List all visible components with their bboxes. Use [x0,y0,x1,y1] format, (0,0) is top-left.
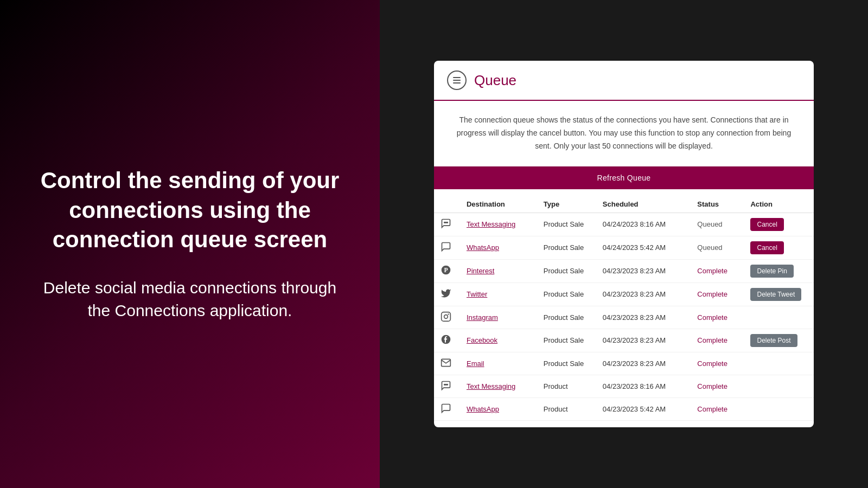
facebook-icon [434,329,460,352]
cancel-button[interactable]: Cancel [750,241,783,254]
col-header-action: Action [744,196,814,213]
destination-cell: Text Messaging [460,213,537,236]
status-cell: Complete [691,259,744,282]
whatsapp-icon [434,236,460,259]
status-badge: Complete [697,359,727,368]
status-cell: Complete [691,329,744,352]
status-badge: Complete [697,336,727,344]
delete-button[interactable]: Delete Post [750,334,797,347]
svg-point-1 [445,222,446,223]
cancel-button[interactable]: Cancel [750,218,783,231]
destination-link[interactable]: Text Messaging [467,220,515,228]
action-cell: Delete Tweet [744,282,814,306]
type-cell: Product Sale [537,306,596,329]
scheduled-cell: 04/23/2023 8:23 AM [596,352,691,375]
destination-link[interactable]: WhatsApp [467,405,499,413]
status-badge: Complete [697,405,727,413]
svg-text:P: P [444,267,448,274]
queue-table: Destination Type Scheduled Status Action… [434,196,814,421]
col-header-scheduled: Scheduled [596,196,691,213]
table-header-row: Destination Type Scheduled Status Action [434,196,814,213]
type-cell: Product Sale [537,352,596,375]
twitter-icon [434,282,460,306]
table-row: InstagramProduct Sale04/23/2023 8:23 AMC… [434,306,814,329]
destination-cell: WhatsApp [460,236,537,259]
col-header-destination: Destination [460,196,537,213]
svg-point-6 [444,314,448,318]
scheduled-cell: 04/23/2023 5:42 AM [596,397,691,420]
svg-point-10 [445,384,446,385]
action-cell [744,352,814,375]
scheduled-cell: 04/23/2023 8:23 AM [596,306,691,329]
action-cell: Delete Pin [744,259,814,282]
scheduled-cell: 04/23/2023 8:23 AM [596,259,691,282]
queue-header: Queue [434,61,814,101]
status-badge: Complete [697,382,727,390]
action-cell [744,397,814,420]
refresh-queue-button[interactable]: Refresh Queue [597,174,651,182]
action-cell [744,306,814,329]
delete-button[interactable]: Delete Pin [750,265,793,278]
destination-link[interactable]: Instagram [467,313,498,322]
col-header-status: Status [691,196,744,213]
destination-link[interactable]: Pinterest [467,267,494,275]
svg-point-2 [447,222,448,223]
destination-cell: Email [460,352,537,375]
status-badge: Queued [697,220,722,228]
scheduled-cell: 04/24/2023 8:16 AM [596,213,691,236]
table-row: WhatsAppProduct04/23/2023 5:42 AMComplet… [434,397,814,420]
svg-point-7 [448,314,449,314]
destination-link[interactable]: Text Messaging [467,382,515,390]
table-row: FacebookProduct Sale04/23/2023 8:23 AMCo… [434,329,814,352]
email-icon [434,352,460,375]
svg-point-11 [447,384,448,385]
svg-point-9 [444,384,445,385]
destination-link[interactable]: Facebook [467,336,497,344]
status-cell: Queued [691,236,744,259]
right-panel: Queue The connection queue shows the sta… [380,0,868,488]
destination-cell: Facebook [460,329,537,352]
status-cell: Complete [691,375,744,397]
destination-link[interactable]: Email [467,359,484,368]
table-row: WhatsAppProduct Sale04/24/2023 5:42 AMQu… [434,236,814,259]
pinterest-icon: P [434,259,460,282]
status-cell: Complete [691,306,744,329]
action-cell: Cancel [744,236,814,259]
queue-title: Queue [474,72,516,89]
col-header-icon [434,196,460,213]
type-cell: Product Sale [537,259,596,282]
left-content: Control the sending of your connections … [33,166,347,322]
table-row: TwitterProduct Sale04/23/2023 8:23 AMCom… [434,282,814,306]
status-badge: Queued [697,243,722,252]
action-cell: Cancel [744,213,814,236]
svg-rect-5 [442,312,451,321]
svg-point-0 [444,222,445,223]
destination-cell: Instagram [460,306,537,329]
instagram-icon [434,306,460,329]
action-cell [744,375,814,397]
type-cell: Product Sale [537,213,596,236]
refresh-button-row: Refresh Queue [434,166,814,189]
whatsapp-icon-2 [434,397,460,420]
destination-cell: Text Messaging [460,375,537,397]
scheduled-cell: 04/23/2023 8:23 AM [596,329,691,352]
menu-icon[interactable] [447,70,467,90]
main-heading: Control the sending of your connections … [33,166,347,255]
delete-button[interactable]: Delete Tweet [750,288,801,301]
info-box: The connection queue shows the status of… [434,101,814,166]
type-cell: Product [537,375,596,397]
status-badge: Complete [697,313,727,322]
status-cell: Complete [691,282,744,306]
table-row: Text MessagingProduct04/23/2023 8:16 AMC… [434,375,814,397]
destination-link[interactable]: WhatsApp [467,243,499,252]
destination-cell: Pinterest [460,259,537,282]
status-cell: Complete [691,397,744,420]
text-messaging-icon-2 [434,375,460,397]
destination-cell: Twitter [460,282,537,306]
info-text: The connection queue shows the status of… [451,114,796,152]
destination-link[interactable]: Twitter [467,290,487,298]
col-header-type: Type [537,196,596,213]
left-panel: Control the sending of your connections … [0,0,380,488]
status-cell: Complete [691,352,744,375]
type-cell: Product Sale [537,329,596,352]
